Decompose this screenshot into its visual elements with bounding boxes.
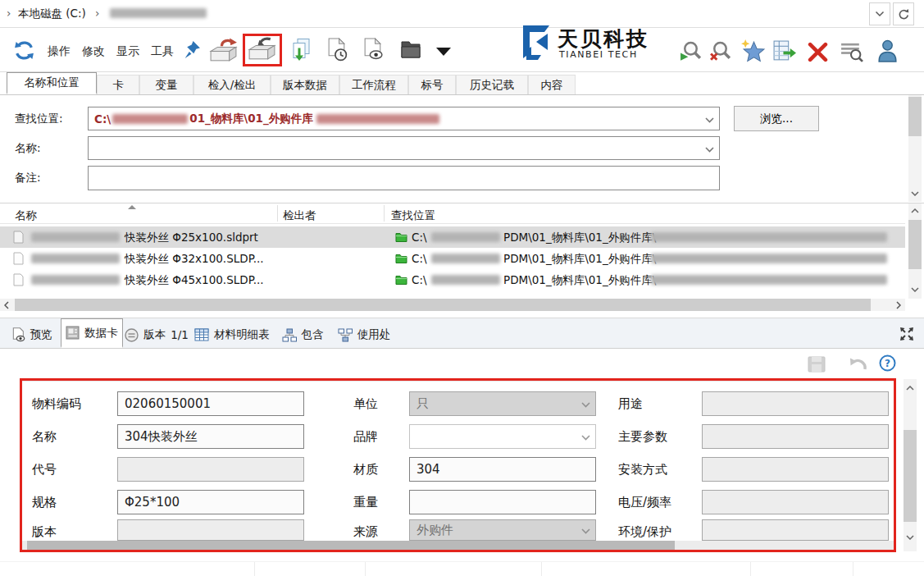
tab-bom[interactable]: 材料明细表 bbox=[190, 322, 274, 348]
browse-button[interactable]: 浏览... bbox=[734, 106, 819, 131]
tab-contains[interactable]: 包含 bbox=[275, 322, 330, 348]
tab-variables[interactable]: 变量 bbox=[139, 75, 193, 94]
chevron-down-icon[interactable] bbox=[581, 429, 590, 444]
tab-where-used[interactable]: 使用处 bbox=[331, 322, 397, 348]
grid-divider bbox=[365, 562, 366, 576]
get-latest-version-button[interactable] bbox=[291, 38, 312, 65]
undo-card-button[interactable] bbox=[848, 356, 867, 376]
field-install-method[interactable] bbox=[702, 457, 889, 482]
preview-file-button[interactable] bbox=[363, 38, 384, 65]
tab-preview[interactable]: 预览 bbox=[5, 322, 59, 348]
field-env-protection[interactable] bbox=[702, 519, 889, 541]
delete-button[interactable] bbox=[808, 42, 828, 66]
get-latest-icon bbox=[291, 38, 312, 62]
expand-panel-button[interactable] bbox=[899, 326, 915, 345]
address-dropdown-button[interactable] bbox=[869, 2, 890, 25]
field-brand-select[interactable] bbox=[409, 424, 596, 449]
field-value: 只 bbox=[416, 396, 429, 412]
breadcrumb-drive[interactable]: 本地磁盘 (C:) bbox=[18, 7, 86, 21]
field-material-code[interactable]: 02060150001 bbox=[117, 391, 304, 416]
field-main-params[interactable] bbox=[702, 424, 889, 449]
table-row[interactable]: 快装外丝 Φ25x100.sldprt C:\ PDM\01_物料库\01_外购… bbox=[0, 226, 905, 248]
document-preview-icon bbox=[363, 38, 384, 62]
tab-version-data[interactable]: 版本数据 bbox=[271, 75, 339, 94]
refresh-button[interactable] bbox=[893, 2, 914, 25]
sync-vault-button[interactable] bbox=[13, 39, 35, 65]
scroll-right-arrow[interactable] bbox=[892, 299, 905, 311]
location-combobox[interactable]: C:\ 01_物料库\01_外购件库 bbox=[88, 107, 720, 130]
column-divider[interactable] bbox=[384, 205, 385, 222]
vertical-scrollbar-thumb[interactable] bbox=[908, 97, 922, 136]
tab-checkin-checkout[interactable]: 检入/检出 bbox=[193, 75, 271, 94]
chevron-right-icon bbox=[896, 301, 901, 309]
chevron-down-icon[interactable] bbox=[705, 112, 714, 126]
user-button[interactable] bbox=[877, 39, 898, 66]
favorites-button[interactable] bbox=[740, 39, 766, 66]
tab-content[interactable]: 内容 bbox=[528, 75, 576, 94]
scroll-down-arrow[interactable] bbox=[908, 187, 922, 200]
get-version-button[interactable] bbox=[327, 38, 348, 65]
notes-input[interactable] bbox=[88, 166, 720, 190]
notes-label: 备注: bbox=[15, 171, 41, 185]
tab-label-number[interactable]: 标号 bbox=[408, 75, 456, 94]
field-source-select[interactable]: 外购件 bbox=[409, 519, 596, 541]
tab-card[interactable]: 卡 bbox=[97, 75, 139, 94]
field-name[interactable]: 304快装外丝 bbox=[117, 424, 304, 449]
horizontal-scrollbar-thumb[interactable] bbox=[27, 541, 675, 551]
field-material[interactable]: 304 bbox=[409, 457, 596, 482]
field-weight[interactable] bbox=[409, 490, 596, 514]
column-divider[interactable] bbox=[277, 205, 278, 222]
column-header-checked-out-by[interactable]: 检出者 bbox=[283, 208, 316, 223]
help-button[interactable]: ? bbox=[879, 354, 896, 375]
menu-operation[interactable]: 操作 bbox=[48, 44, 71, 59]
help-icon: ? bbox=[879, 354, 896, 372]
scroll-up-arrow[interactable] bbox=[908, 205, 922, 217]
vertical-scrollbar-thumb[interactable] bbox=[904, 430, 917, 522]
menu-modify[interactable]: 修改 bbox=[82, 44, 105, 59]
menu-tools[interactable]: 工具 bbox=[151, 44, 174, 59]
menu-display[interactable]: 显示 bbox=[116, 44, 139, 59]
field-version[interactable] bbox=[117, 519, 304, 541]
breadcrumb-bar: › 本地磁盘 (C:) › bbox=[0, 0, 924, 28]
scroll-down-arrow[interactable] bbox=[904, 532, 917, 543]
field-spec[interactable]: Φ25*100 bbox=[117, 490, 304, 514]
field-usage[interactable] bbox=[702, 391, 889, 416]
check-in-button[interactable] bbox=[247, 36, 277, 65]
tab-version[interactable]: 版本 1/1 bbox=[125, 322, 189, 348]
pin-button[interactable] bbox=[184, 40, 201, 62]
column-header-found-in[interactable]: 查找位置 bbox=[391, 208, 435, 223]
report-export-button[interactable] bbox=[772, 39, 796, 66]
table-row[interactable]: 快装外丝 Φ45x100.SLDP... C:\ PDM\01_物料库\01_外… bbox=[0, 269, 905, 290]
search-run-button[interactable] bbox=[679, 40, 703, 67]
tab-workflow[interactable]: 工作流程 bbox=[339, 75, 408, 94]
toolbar-more-button[interactable] bbox=[436, 48, 451, 56]
column-header-name[interactable]: 名称 bbox=[15, 208, 37, 223]
help-glyph: ? bbox=[885, 358, 890, 369]
vertical-scrollbar-thumb[interactable] bbox=[908, 220, 922, 269]
field-unit-select[interactable]: 只 bbox=[409, 391, 596, 416]
horizontal-scrollbar-thumb[interactable] bbox=[15, 299, 871, 311]
results-header-row: 名称 检出者 查找位置 bbox=[0, 203, 905, 224]
scroll-up-arrow[interactable] bbox=[904, 382, 917, 394]
check-out-button[interactable] bbox=[208, 38, 239, 66]
row-path-redacted bbox=[431, 275, 500, 285]
scroll-left-arrow[interactable] bbox=[0, 299, 13, 311]
logo-mark-icon bbox=[520, 24, 553, 60]
name-combobox[interactable] bbox=[88, 136, 720, 160]
field-code[interactable] bbox=[117, 457, 304, 482]
scroll-down-arrow[interactable] bbox=[908, 284, 922, 295]
field-voltage-freq[interactable] bbox=[702, 490, 889, 514]
save-card-button[interactable] bbox=[808, 356, 826, 376]
tab-name-and-location[interactable]: 名称和位置 bbox=[7, 72, 97, 94]
search-results-list-button[interactable] bbox=[840, 41, 863, 66]
version-badge: 1/1 bbox=[171, 328, 189, 341]
chevron-down-icon[interactable] bbox=[705, 142, 714, 155]
expand-icon bbox=[899, 326, 915, 342]
search-clear-button[interactable] bbox=[708, 40, 732, 67]
tab-history[interactable]: 历史记载 bbox=[456, 75, 528, 94]
chevron-down-icon bbox=[581, 523, 590, 537]
tab-data-card[interactable]: 数据卡 bbox=[61, 318, 123, 348]
tab-label: 名称和位置 bbox=[24, 75, 80, 90]
open-folder-button[interactable] bbox=[400, 39, 421, 62]
table-row[interactable]: 快装外丝 Φ32x100.SLDP... C:\ PDM\01_物料库\01_外… bbox=[0, 248, 905, 269]
